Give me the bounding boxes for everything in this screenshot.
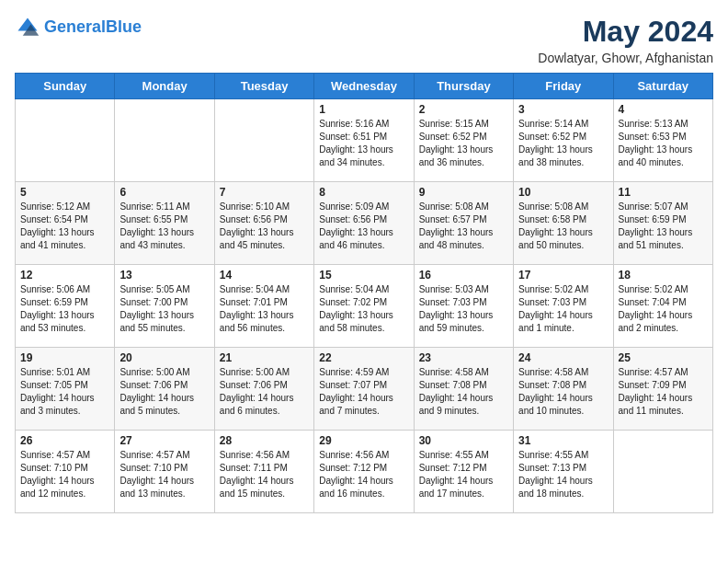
day-number: 20 — [119, 351, 209, 364]
weekday-header-wednesday: Wednesday — [314, 74, 414, 99]
weekday-header-monday: Monday — [115, 74, 214, 99]
calendar-cell: 3Sunrise: 5:14 AM Sunset: 6:52 PM Daylig… — [514, 99, 613, 182]
day-info: Sunrise: 5:04 AM Sunset: 7:02 PM Dayligh… — [319, 283, 408, 335]
logo-text: GeneralBlue — [44, 18, 142, 37]
calendar-cell: 28Sunrise: 4:56 AM Sunset: 7:11 PM Dayli… — [214, 431, 313, 513]
calendar-cell — [16, 99, 115, 182]
day-info: Sunrise: 5:04 AM Sunset: 7:01 PM Dayligh… — [220, 283, 309, 335]
day-info: Sunrise: 5:03 AM Sunset: 7:03 PM Dayligh… — [419, 283, 508, 335]
calendar-cell: 12Sunrise: 5:06 AM Sunset: 6:59 PM Dayli… — [16, 265, 115, 348]
calendar-cell: 18Sunrise: 5:02 AM Sunset: 7:04 PM Dayli… — [613, 265, 712, 348]
day-number: 2 — [419, 103, 508, 116]
calendar-cell: 31Sunrise: 4:55 AM Sunset: 7:13 PM Dayli… — [514, 431, 613, 513]
calendar-cell: 26Sunrise: 4:57 AM Sunset: 7:10 PM Dayli… — [16, 431, 115, 513]
logo-blue: Blue — [106, 17, 142, 36]
day-info: Sunrise: 5:11 AM Sunset: 6:55 PM Dayligh… — [119, 201, 209, 252]
calendar-cell: 24Sunrise: 4:58 AM Sunset: 7:08 PM Dayli… — [514, 348, 613, 431]
day-number: 14 — [220, 269, 309, 282]
weekday-header-sunday: Sunday — [16, 74, 115, 99]
day-info: Sunrise: 5:16 AM Sunset: 6:51 PM Dayligh… — [319, 118, 408, 169]
location: Dowlatyar, Ghowr, Afghanistan — [538, 51, 713, 65]
day-number: 21 — [220, 351, 309, 364]
calendar-cell: 21Sunrise: 5:00 AM Sunset: 7:06 PM Dayli… — [214, 348, 313, 431]
day-number: 31 — [518, 434, 608, 447]
calendar-cell — [214, 99, 313, 182]
day-info: Sunrise: 4:58 AM Sunset: 7:08 PM Dayligh… — [518, 366, 608, 418]
day-info: Sunrise: 5:00 AM Sunset: 7:06 PM Dayligh… — [119, 366, 209, 418]
weekday-header-tuesday: Tuesday — [214, 74, 313, 99]
day-info: Sunrise: 5:00 AM Sunset: 7:06 PM Dayligh… — [220, 366, 309, 418]
calendar-cell: 27Sunrise: 4:57 AM Sunset: 7:10 PM Dayli… — [115, 431, 214, 513]
calendar-cell: 19Sunrise: 5:01 AM Sunset: 7:05 PM Dayli… — [16, 348, 115, 431]
logo-general: General — [44, 17, 106, 36]
day-number: 11 — [619, 186, 708, 199]
day-number: 28 — [220, 434, 309, 447]
day-number: 22 — [319, 351, 408, 364]
day-info: Sunrise: 5:12 AM Sunset: 6:54 PM Dayligh… — [20, 201, 109, 252]
logo-icon — [15, 15, 40, 40]
calendar-week-4: 19Sunrise: 5:01 AM Sunset: 7:05 PM Dayli… — [16, 348, 713, 431]
calendar-cell: 6Sunrise: 5:11 AM Sunset: 6:55 PM Daylig… — [115, 182, 214, 265]
day-number: 1 — [319, 103, 408, 116]
day-number: 5 — [20, 186, 109, 199]
day-number: 17 — [518, 269, 608, 282]
day-number: 24 — [518, 351, 608, 364]
day-number: 15 — [319, 269, 408, 282]
calendar-cell: 10Sunrise: 5:08 AM Sunset: 6:58 PM Dayli… — [514, 182, 613, 265]
day-number: 16 — [419, 269, 508, 282]
day-number: 10 — [518, 186, 608, 199]
calendar-cell: 5Sunrise: 5:12 AM Sunset: 6:54 PM Daylig… — [16, 182, 115, 265]
calendar-cell: 29Sunrise: 4:56 AM Sunset: 7:12 PM Dayli… — [314, 431, 414, 513]
day-number: 8 — [319, 186, 408, 199]
day-number: 29 — [319, 434, 408, 447]
calendar-cell: 1Sunrise: 5:16 AM Sunset: 6:51 PM Daylig… — [314, 99, 414, 182]
day-info: Sunrise: 5:01 AM Sunset: 7:05 PM Dayligh… — [20, 366, 109, 418]
calendar-cell — [613, 431, 712, 513]
day-number: 18 — [619, 269, 708, 282]
calendar-cell: 8Sunrise: 5:09 AM Sunset: 6:56 PM Daylig… — [314, 182, 414, 265]
day-info: Sunrise: 5:09 AM Sunset: 6:56 PM Dayligh… — [319, 201, 408, 252]
day-number: 25 — [619, 351, 708, 364]
calendar-cell: 20Sunrise: 5:00 AM Sunset: 7:06 PM Dayli… — [115, 348, 214, 431]
day-info: Sunrise: 4:57 AM Sunset: 7:10 PM Dayligh… — [119, 449, 209, 500]
day-number: 26 — [20, 434, 109, 447]
calendar-table: SundayMondayTuesdayWednesdayThursdayFrid… — [15, 73, 713, 513]
calendar-week-5: 26Sunrise: 4:57 AM Sunset: 7:10 PM Dayli… — [16, 431, 713, 513]
day-info: Sunrise: 4:58 AM Sunset: 7:08 PM Dayligh… — [419, 366, 508, 418]
calendar-cell: 7Sunrise: 5:10 AM Sunset: 6:56 PM Daylig… — [214, 182, 313, 265]
day-number: 27 — [119, 434, 209, 447]
day-number: 3 — [518, 103, 608, 116]
day-info: Sunrise: 5:07 AM Sunset: 6:59 PM Dayligh… — [619, 201, 708, 252]
calendar-cell: 4Sunrise: 5:13 AM Sunset: 6:53 PM Daylig… — [613, 99, 712, 182]
day-info: Sunrise: 5:10 AM Sunset: 6:56 PM Dayligh… — [220, 201, 309, 252]
calendar-cell: 22Sunrise: 4:59 AM Sunset: 7:07 PM Dayli… — [314, 348, 414, 431]
day-info: Sunrise: 4:57 AM Sunset: 7:10 PM Dayligh… — [20, 449, 109, 500]
day-info: Sunrise: 4:59 AM Sunset: 7:07 PM Dayligh… — [319, 366, 408, 418]
day-number: 23 — [419, 351, 508, 364]
day-number: 7 — [220, 186, 309, 199]
day-number: 19 — [20, 351, 109, 364]
page-header: GeneralBlue May 2024 Dowlatyar, Ghowr, A… — [15, 15, 713, 65]
calendar-week-2: 5Sunrise: 5:12 AM Sunset: 6:54 PM Daylig… — [16, 182, 713, 265]
weekday-header-saturday: Saturday — [613, 74, 712, 99]
calendar-cell: 17Sunrise: 5:02 AM Sunset: 7:03 PM Dayli… — [514, 265, 613, 348]
calendar-cell: 11Sunrise: 5:07 AM Sunset: 6:59 PM Dayli… — [613, 182, 712, 265]
day-number: 6 — [119, 186, 209, 199]
calendar-cell: 15Sunrise: 5:04 AM Sunset: 7:02 PM Dayli… — [314, 265, 414, 348]
weekday-header-friday: Friday — [514, 74, 613, 99]
calendar-cell: 2Sunrise: 5:15 AM Sunset: 6:52 PM Daylig… — [414, 99, 513, 182]
title-block: May 2024 Dowlatyar, Ghowr, Afghanistan — [538, 15, 713, 65]
day-number: 9 — [419, 186, 508, 199]
day-info: Sunrise: 4:56 AM Sunset: 7:11 PM Dayligh… — [220, 449, 309, 500]
day-info: Sunrise: 5:02 AM Sunset: 7:03 PM Dayligh… — [518, 283, 608, 335]
day-number: 12 — [20, 269, 109, 282]
calendar-cell: 16Sunrise: 5:03 AM Sunset: 7:03 PM Dayli… — [414, 265, 513, 348]
day-number: 4 — [619, 103, 708, 116]
logo: GeneralBlue — [15, 15, 142, 40]
calendar-cell: 13Sunrise: 5:05 AM Sunset: 7:00 PM Dayli… — [115, 265, 214, 348]
day-info: Sunrise: 4:57 AM Sunset: 7:09 PM Dayligh… — [619, 366, 708, 418]
calendar-cell: 14Sunrise: 5:04 AM Sunset: 7:01 PM Dayli… — [214, 265, 313, 348]
day-info: Sunrise: 4:56 AM Sunset: 7:12 PM Dayligh… — [319, 449, 408, 500]
month-year: May 2024 — [538, 15, 713, 49]
day-number: 13 — [119, 269, 209, 282]
